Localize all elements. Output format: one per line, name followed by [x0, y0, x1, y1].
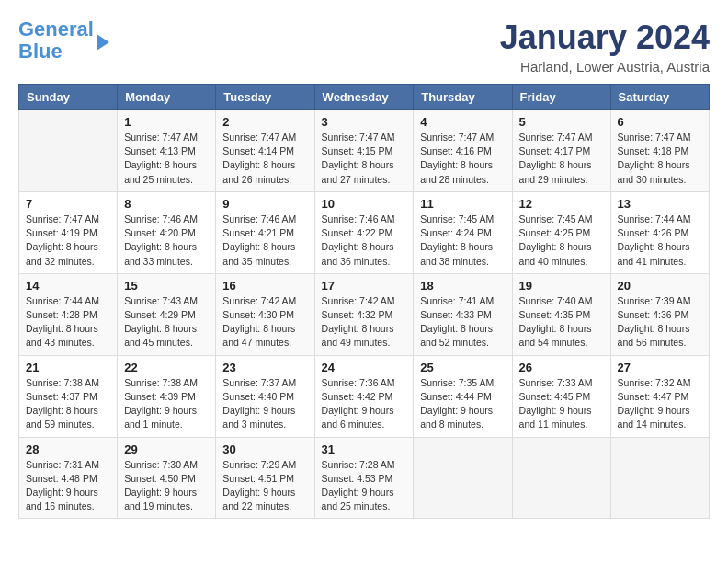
day-number: 8	[124, 197, 209, 211]
day-detail: Sunrise: 7:43 AM Sunset: 4:29 PM Dayligh…	[124, 294, 209, 350]
calendar-week-1: 1Sunrise: 7:47 AM Sunset: 4:13 PM Daylig…	[19, 110, 710, 192]
day-number: 1	[124, 115, 209, 129]
calendar-cell: 26Sunrise: 7:33 AM Sunset: 4:45 PM Dayli…	[512, 355, 610, 437]
day-detail: Sunrise: 7:31 AM Sunset: 4:48 PM Dayligh…	[26, 458, 110, 514]
calendar-cell: 25Sunrise: 7:35 AM Sunset: 4:44 PM Dayli…	[414, 355, 512, 437]
calendar-header-wednesday: Wednesday	[314, 85, 414, 110]
day-number: 20	[618, 279, 702, 293]
day-number: 2	[222, 115, 307, 129]
day-number: 6	[618, 115, 702, 129]
calendar-week-4: 21Sunrise: 7:38 AM Sunset: 4:37 PM Dayli…	[19, 355, 710, 437]
day-detail: Sunrise: 7:41 AM Sunset: 4:33 PM Dayligh…	[420, 294, 505, 350]
day-number: 16	[222, 279, 307, 293]
day-detail: Sunrise: 7:47 AM Sunset: 4:17 PM Dayligh…	[519, 131, 604, 187]
calendar-cell: 18Sunrise: 7:41 AM Sunset: 4:33 PM Dayli…	[414, 273, 512, 355]
calendar-cell: 2Sunrise: 7:47 AM Sunset: 4:14 PM Daylig…	[216, 110, 314, 192]
calendar-cell: 15Sunrise: 7:43 AM Sunset: 4:29 PM Dayli…	[118, 273, 216, 355]
day-number: 10	[322, 197, 407, 211]
calendar-cell: 1Sunrise: 7:47 AM Sunset: 4:13 PM Daylig…	[118, 110, 216, 192]
calendar-cell: 12Sunrise: 7:45 AM Sunset: 4:25 PM Dayli…	[512, 191, 610, 273]
day-number: 30	[222, 442, 307, 456]
day-detail: Sunrise: 7:40 AM Sunset: 4:35 PM Dayligh…	[519, 294, 604, 350]
calendar-cell: 24Sunrise: 7:36 AM Sunset: 4:42 PM Dayli…	[314, 355, 414, 437]
calendar-week-5: 28Sunrise: 7:31 AM Sunset: 4:48 PM Dayli…	[19, 437, 710, 519]
day-number: 4	[420, 115, 505, 129]
calendar-cell	[414, 437, 512, 519]
calendar-header-friday: Friday	[512, 85, 610, 110]
day-number: 5	[519, 115, 604, 129]
day-detail: Sunrise: 7:47 AM Sunset: 4:16 PM Dayligh…	[420, 131, 505, 187]
logo: GeneralBlue	[18, 18, 109, 63]
day-detail: Sunrise: 7:47 AM Sunset: 4:15 PM Dayligh…	[322, 131, 407, 187]
calendar-cell: 23Sunrise: 7:37 AM Sunset: 4:40 PM Dayli…	[216, 355, 314, 437]
day-number: 26	[519, 361, 604, 374]
calendar-header-sunday: Sunday	[19, 85, 118, 110]
day-detail: Sunrise: 7:45 AM Sunset: 4:24 PM Dayligh…	[420, 213, 505, 269]
page-header: GeneralBlue January 2024 Harland, Lower …	[18, 18, 710, 75]
day-detail: Sunrise: 7:30 AM Sunset: 4:50 PM Dayligh…	[124, 458, 209, 514]
day-number: 24	[322, 361, 407, 374]
day-number: 12	[519, 197, 604, 211]
calendar-header-row: SundayMondayTuesdayWednesdayThursdayFrid…	[19, 85, 710, 110]
month-title: January 2024	[500, 18, 710, 57]
day-detail: Sunrise: 7:38 AM Sunset: 4:37 PM Dayligh…	[26, 376, 110, 432]
day-detail: Sunrise: 7:42 AM Sunset: 4:30 PM Dayligh…	[222, 294, 307, 350]
calendar-cell: 13Sunrise: 7:44 AM Sunset: 4:26 PM Dayli…	[610, 191, 709, 273]
calendar-cell: 10Sunrise: 7:46 AM Sunset: 4:22 PM Dayli…	[314, 191, 414, 273]
day-detail: Sunrise: 7:47 AM Sunset: 4:14 PM Dayligh…	[222, 131, 307, 187]
day-detail: Sunrise: 7:46 AM Sunset: 4:21 PM Dayligh…	[222, 213, 307, 269]
calendar-week-3: 14Sunrise: 7:44 AM Sunset: 4:28 PM Dayli…	[19, 273, 710, 355]
calendar-cell: 21Sunrise: 7:38 AM Sunset: 4:37 PM Dayli…	[19, 355, 118, 437]
day-detail: Sunrise: 7:47 AM Sunset: 4:13 PM Dayligh…	[124, 131, 209, 187]
day-number: 18	[420, 279, 505, 293]
calendar-cell: 11Sunrise: 7:45 AM Sunset: 4:24 PM Dayli…	[414, 191, 512, 273]
day-number: 22	[124, 361, 209, 374]
calendar-cell: 31Sunrise: 7:28 AM Sunset: 4:53 PM Dayli…	[314, 437, 414, 519]
day-number: 25	[420, 361, 505, 374]
day-detail: Sunrise: 7:47 AM Sunset: 4:18 PM Dayligh…	[618, 131, 702, 187]
day-detail: Sunrise: 7:28 AM Sunset: 4:53 PM Dayligh…	[322, 458, 407, 514]
day-detail: Sunrise: 7:29 AM Sunset: 4:51 PM Dayligh…	[222, 458, 307, 514]
calendar-cell: 30Sunrise: 7:29 AM Sunset: 4:51 PM Dayli…	[216, 437, 314, 519]
logo-text: GeneralBlue	[18, 18, 94, 63]
calendar-cell: 7Sunrise: 7:47 AM Sunset: 4:19 PM Daylig…	[19, 191, 118, 273]
calendar-cell: 28Sunrise: 7:31 AM Sunset: 4:48 PM Dayli…	[19, 437, 118, 519]
day-number: 29	[124, 442, 209, 456]
calendar-cell: 29Sunrise: 7:30 AM Sunset: 4:50 PM Dayli…	[118, 437, 216, 519]
logo-arrow-icon	[97, 34, 109, 51]
calendar-cell	[610, 437, 709, 519]
day-detail: Sunrise: 7:46 AM Sunset: 4:20 PM Dayligh…	[124, 213, 209, 269]
title-block: January 2024 Harland, Lower Austria, Aus…	[500, 18, 710, 75]
calendar-cell: 16Sunrise: 7:42 AM Sunset: 4:30 PM Dayli…	[216, 273, 314, 355]
calendar-table: SundayMondayTuesdayWednesdayThursdayFrid…	[18, 84, 710, 519]
calendar-cell: 8Sunrise: 7:46 AM Sunset: 4:20 PM Daylig…	[118, 191, 216, 273]
calendar-header-monday: Monday	[118, 85, 216, 110]
day-detail: Sunrise: 7:44 AM Sunset: 4:28 PM Dayligh…	[26, 294, 110, 350]
day-number: 3	[322, 115, 407, 129]
calendar-cell: 6Sunrise: 7:47 AM Sunset: 4:18 PM Daylig…	[610, 110, 709, 192]
calendar-cell: 3Sunrise: 7:47 AM Sunset: 4:15 PM Daylig…	[314, 110, 414, 192]
calendar-header-saturday: Saturday	[610, 85, 709, 110]
day-number: 15	[124, 279, 209, 293]
calendar-cell: 17Sunrise: 7:42 AM Sunset: 4:32 PM Dayli…	[314, 273, 414, 355]
calendar-header-thursday: Thursday	[414, 85, 512, 110]
day-number: 31	[322, 442, 407, 456]
calendar-cell: 4Sunrise: 7:47 AM Sunset: 4:16 PM Daylig…	[414, 110, 512, 192]
day-number: 14	[26, 279, 110, 293]
day-detail: Sunrise: 7:42 AM Sunset: 4:32 PM Dayligh…	[322, 294, 407, 350]
day-detail: Sunrise: 7:39 AM Sunset: 4:36 PM Dayligh…	[618, 294, 702, 350]
day-detail: Sunrise: 7:38 AM Sunset: 4:39 PM Dayligh…	[124, 376, 209, 432]
location: Harland, Lower Austria, Austria	[500, 59, 710, 75]
day-detail: Sunrise: 7:44 AM Sunset: 4:26 PM Dayligh…	[618, 213, 702, 269]
calendar-week-2: 7Sunrise: 7:47 AM Sunset: 4:19 PM Daylig…	[19, 191, 710, 273]
day-detail: Sunrise: 7:45 AM Sunset: 4:25 PM Dayligh…	[519, 213, 604, 269]
calendar-cell: 14Sunrise: 7:44 AM Sunset: 4:28 PM Dayli…	[19, 273, 118, 355]
calendar-header-tuesday: Tuesday	[216, 85, 314, 110]
day-number: 11	[420, 197, 505, 211]
day-number: 7	[26, 197, 110, 211]
calendar-cell: 27Sunrise: 7:32 AM Sunset: 4:47 PM Dayli…	[610, 355, 709, 437]
calendar-cell: 20Sunrise: 7:39 AM Sunset: 4:36 PM Dayli…	[610, 273, 709, 355]
calendar-cell: 5Sunrise: 7:47 AM Sunset: 4:17 PM Daylig…	[512, 110, 610, 192]
day-number: 13	[618, 197, 702, 211]
calendar-cell: 19Sunrise: 7:40 AM Sunset: 4:35 PM Dayli…	[512, 273, 610, 355]
